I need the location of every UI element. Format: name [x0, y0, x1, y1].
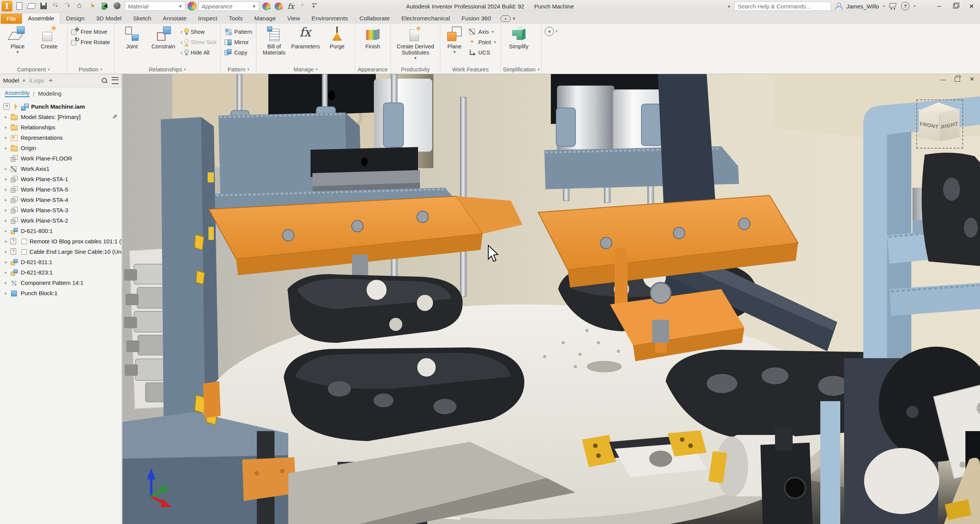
viewcube-right-face[interactable]: RIGHT — [940, 109, 960, 141]
ucs-button[interactable]: UCS — [467, 47, 499, 58]
pattern-button[interactable]: Pattern — [223, 26, 254, 37]
visual-style-button[interactable] — [112, 1, 123, 11]
browser-tab-model[interactable]: Model× — [3, 77, 25, 84]
tab-3d-model[interactable]: 3D Model — [90, 13, 127, 24]
tab-modeling[interactable]: Modeling — [38, 90, 61, 97]
minimize-button[interactable]: – — [933, 1, 945, 11]
color-wheel-icon[interactable] — [187, 2, 197, 11]
tab-design[interactable]: Design — [60, 13, 90, 24]
chevron-down-icon[interactable]: ▾ — [883, 4, 885, 8]
qat-customize-button[interactable] — [310, 1, 321, 11]
finish-button[interactable]: Finish — [357, 25, 388, 65]
hamburger-icon[interactable] — [112, 77, 119, 84]
group-label-simplification[interactable]: Simplification▾ — [503, 65, 539, 74]
clear-appearance-button[interactable]: ✕ — [273, 1, 284, 11]
tab-manage[interactable]: Manage — [248, 13, 281, 24]
tree-item-component-pattern-14[interactable]: + Component Pattern 14:1 — [2, 278, 122, 288]
view-cube[interactable]: FRONT RIGHT — [916, 99, 963, 149]
new-file-button[interactable]: ▾ — [14, 1, 25, 11]
show-button[interactable]: cShow — [179, 26, 219, 37]
expand-icon[interactable]: + — [3, 269, 8, 276]
close-button[interactable]: ✕ — [965, 1, 978, 11]
tree-item-work-plane-floor[interactable]: Work Plane-FLOOR — [2, 153, 122, 164]
add-browser-tab-button[interactable]: + — [49, 77, 53, 85]
ribbon-collapse-button[interactable]: ▲▼ — [501, 13, 516, 24]
undo-button[interactable]: ▾ — [51, 1, 61, 11]
expand-icon[interactable]: + — [3, 280, 8, 286]
tree-item-cable-end[interactable]: + Cable End Large Sine Cable:10 (Unreso — [2, 246, 122, 257]
appearance-select[interactable]: Appearance▼ — [198, 2, 259, 11]
mirror-button[interactable]: Mirror — [223, 37, 254, 47]
search-expand-icon[interactable]: ▸ — [728, 3, 730, 9]
tab-fusion-360[interactable]: Fusion 360 — [456, 13, 497, 24]
material-select[interactable]: Material▼ — [125, 2, 185, 11]
group-label-relationships[interactable]: Relationships▾ — [116, 65, 219, 74]
expand-icon[interactable]: + — [3, 290, 8, 296]
home-view-button[interactable] — [76, 1, 86, 11]
expand-icon[interactable]: + — [3, 238, 8, 245]
edit-pencil-icon[interactable]: ✎ — [112, 113, 117, 121]
redo-button[interactable]: ▾ — [63, 1, 74, 11]
group-label-appearance[interactable]: Appearance — [357, 65, 388, 74]
doc-minimize-button[interactable]: — — [939, 75, 947, 83]
group-label-pattern[interactable]: Pattern▾ — [223, 65, 254, 74]
bill-of-materials-button[interactable]: Bill of Materials — [258, 25, 290, 65]
group-label-manage[interactable]: Manage▾ — [258, 65, 353, 74]
signed-in-user[interactable]: James_Willo — [846, 3, 879, 10]
browser-tab-ilogic[interactable]: iLogic — [29, 77, 45, 84]
expand-icon[interactable]: + — [3, 259, 8, 265]
axis-button[interactable]: Axis▼ — [467, 26, 499, 37]
expand-icon[interactable]: + — [3, 187, 8, 193]
tab-assembly[interactable]: Assembly — [5, 89, 30, 97]
tab-assemble[interactable]: Assemble — [22, 13, 60, 24]
free-rotate-button[interactable]: Free Rotate — [69, 37, 112, 47]
chevron-down-icon[interactable]: ▾ — [914, 4, 916, 8]
tree-item-work-plane-sta-5[interactable]: + Work Plane-STA-5 — [2, 184, 122, 195]
parameters-qat-button[interactable]: fx — [286, 1, 296, 11]
add-qat-button[interactable] — [298, 1, 308, 11]
tree-item-relationships[interactable]: + Relationships — [2, 122, 122, 132]
hide-all-button[interactable]: cHide All — [179, 47, 219, 58]
expand-icon[interactable]: + — [3, 114, 8, 120]
expand-icon[interactable]: + — [3, 218, 8, 224]
show-sick-button[interactable]: cShow Sick — [179, 37, 219, 47]
restore-button[interactable] — [949, 1, 962, 11]
tree-item-remote-io-cables[interactable]: + Remote IO Blog prox cables 101:1 (Unr — [2, 236, 122, 246]
expand-icon[interactable]: + — [3, 207, 8, 213]
place-button[interactable]: Place▼ — [2, 25, 33, 65]
tree-item-d-621-811[interactable]: + D-621-811:1 — [2, 257, 122, 267]
model-viewport[interactable]: — ✕ FRONT RIGHT — [122, 74, 980, 524]
tree-item-d-621-823[interactable]: + D-621-823:1 — [2, 267, 122, 278]
joint-button[interactable]: Joint — [116, 25, 148, 65]
save-button[interactable] — [39, 1, 49, 11]
tab-collaborate[interactable]: Collaborate — [354, 13, 395, 24]
tree-item-work-plane-sta-2[interactable]: + Work Plane-STA-2 — [2, 215, 122, 226]
tab-environments[interactable]: Environments — [306, 13, 354, 24]
tree-item-representations[interactable]: + Representations — [2, 132, 122, 143]
tree-item-model-states[interactable]: + Model States: [Primary] ✎ — [2, 112, 122, 122]
free-move-button[interactable]: Free Move — [69, 26, 112, 37]
search-icon[interactable] — [101, 77, 108, 84]
group-label-work-features[interactable]: Work Features — [442, 65, 499, 74]
constrain-button[interactable]: Constrain — [148, 25, 179, 65]
help-icon[interactable]: ? — [901, 2, 909, 10]
tree-item-work-axis1[interactable]: + Work Axis1 — [2, 164, 122, 174]
tab-sketch[interactable]: Sketch — [127, 13, 157, 24]
doc-restore-button[interactable] — [953, 75, 962, 83]
tree-item-work-plane-sta-3[interactable]: + Work Plane-STA-3 — [2, 205, 122, 215]
create-derived-substitutes-button[interactable]: ✶ Create Derived Substitutes▼ — [393, 25, 438, 65]
create-button[interactable]: Create — [33, 25, 65, 65]
purge-button[interactable]: Purge — [321, 25, 353, 65]
tab-electromechanical[interactable]: Electromechanical — [396, 13, 456, 24]
expand-icon[interactable]: + — [3, 228, 8, 234]
group-label-position[interactable]: Position▾ — [69, 65, 112, 74]
open-button[interactable] — [26, 1, 37, 11]
expand-icon[interactable]: + — [3, 145, 8, 151]
viewcube-front-face[interactable]: FRONT — [919, 109, 939, 141]
tab-file[interactable]: File — [1, 13, 22, 24]
cart-icon[interactable] — [889, 3, 897, 10]
expand-icon[interactable]: + — [3, 135, 8, 141]
sketch-doctor-button[interactable]: ▾ — [88, 1, 98, 11]
tree-item-d-621-800[interactable]: + D-621-800:1 — [2, 226, 122, 236]
tree-item-punch-block[interactable]: + Punch Block:1 — [2, 288, 122, 298]
